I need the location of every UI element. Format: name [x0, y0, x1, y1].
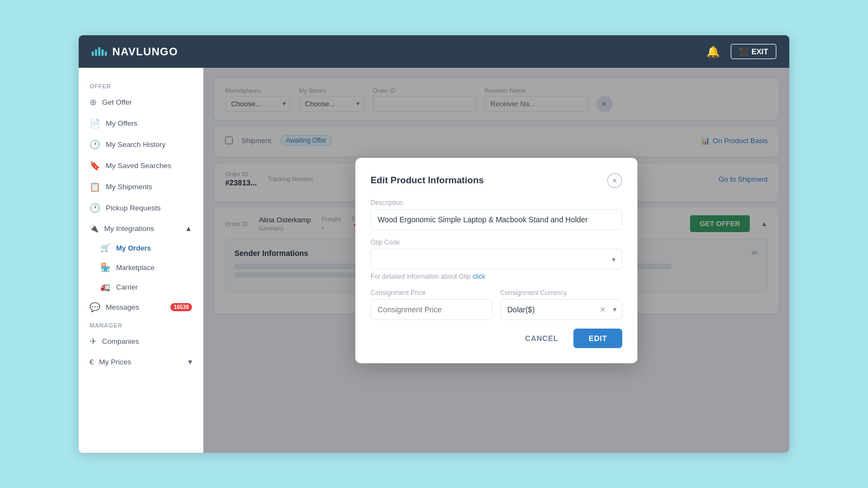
header: NAVLUNGO 🔔 ⬛ EXIT: [79, 35, 789, 68]
modal-overlay: Edit Product Informations × Description …: [203, 68, 789, 453]
sidebar-my-prices-group[interactable]: € My Prices ▾: [79, 352, 203, 371]
prices-icon: €: [90, 358, 94, 366]
sidebar-item-label: My Search History: [106, 140, 165, 149]
sidebar-item-label: Get Offer: [102, 98, 132, 106]
edit-product-modal: Edit Product Informations × Description …: [355, 158, 637, 363]
consignment-row: Consignment Price Consignment Currency D…: [371, 289, 622, 320]
consignment-price-input[interactable]: [371, 299, 493, 320]
exit-icon: ⬛: [739, 47, 748, 56]
messages-icon: 💬: [90, 302, 100, 312]
sidebar-item-label: Marketplace: [116, 264, 155, 272]
cancel-button[interactable]: CANCEL: [516, 330, 567, 347]
modal-actions: CANCEL EDIT: [371, 329, 622, 348]
modal-close-button[interactable]: ×: [607, 173, 622, 188]
doc-icon: 📄: [90, 118, 100, 129]
description-input[interactable]: [371, 209, 622, 230]
consignment-price-field: Consignment Price: [371, 289, 493, 320]
consignment-price-label: Consignment Price: [371, 289, 493, 297]
content-area: Marketplaces Choose... My Stores Choose.…: [203, 68, 789, 453]
sidebar-item-my-search-history[interactable]: 🕐 My Search History: [79, 134, 203, 155]
sidebar-item-label: Carrier: [116, 283, 138, 291]
pickup-icon: 🕐: [90, 203, 100, 213]
sidebar-item-label: My Prices: [99, 358, 131, 366]
gtip-hint: For detailed information about Gtip clic…: [371, 273, 622, 280]
sidebar-item-my-saved-searches[interactable]: 🔖 My Saved Searches: [79, 155, 203, 176]
exit-button[interactable]: ⬛ EXIT: [731, 44, 776, 59]
app-window: NAVLUNGO 🔔 ⬛ EXIT Offer ⊕ Get Offer 📄 My…: [79, 35, 789, 453]
sidebar-item-my-orders[interactable]: 🛒 My Orders: [79, 238, 203, 258]
consignment-currency-label: Consignment Currency: [500, 289, 622, 297]
bookmark-icon: 🔖: [90, 160, 100, 171]
sidebar-item-label: Pickup Requests: [106, 204, 161, 212]
companies-icon: ✈: [90, 336, 97, 346]
sidebar-integrations-group[interactable]: 🔌 My Integrations ▲: [79, 219, 203, 238]
messages-badge: 16538: [170, 303, 192, 311]
logo-text: NAVLUNGO: [112, 46, 178, 58]
offer-section-label: Offer: [79, 79, 203, 92]
sidebar-item-messages[interactable]: 💬 Messages 16538: [79, 297, 203, 318]
sidebar: Offer ⊕ Get Offer 📄 My Offers 🕐 My Searc…: [79, 68, 203, 453]
sidebar-item-my-shipments[interactable]: 📋 My Shipments: [79, 176, 203, 197]
description-label: Description: [371, 199, 622, 207]
sidebar-item-my-offers[interactable]: 📄 My Offers: [79, 113, 203, 134]
plus-icon: ⊕: [90, 97, 97, 107]
gtip-code-label: Gtip Code: [371, 239, 622, 246]
sidebar-item-label: Companies: [102, 337, 139, 345]
sidebar-item-marketplace[interactable]: 🏪 Marketplace: [79, 258, 203, 277]
logo-icon: [92, 47, 107, 56]
consignment-currency-field: Consignment Currency Dolar($) Euro(€) TR…: [500, 289, 622, 320]
header-right: 🔔 ⬛ EXIT: [706, 44, 776, 59]
gtip-code-field: Gtip Code: [371, 239, 622, 269]
modal-header: Edit Product Informations ×: [371, 173, 622, 188]
cart-icon: 🛒: [100, 243, 111, 253]
currency-clear-icon[interactable]: ✕: [599, 305, 606, 314]
sidebar-item-label: My Shipments: [106, 183, 152, 191]
main-layout: Offer ⊕ Get Offer 📄 My Offers 🕐 My Searc…: [79, 68, 789, 453]
sidebar-item-label: My Integrations: [104, 224, 154, 233]
sidebar-item-label: My Offers: [106, 119, 137, 127]
sidebar-item-label: Messages: [106, 303, 139, 311]
gtip-hint-link[interactable]: click: [473, 273, 485, 280]
manager-section-label: Manager: [79, 318, 203, 331]
bell-icon[interactable]: 🔔: [706, 45, 720, 58]
sidebar-item-get-offer[interactable]: ⊕ Get Offer: [79, 92, 203, 113]
modal-title: Edit Product Informations: [371, 175, 484, 186]
history-icon: 🕐: [90, 139, 100, 150]
description-field: Description: [371, 199, 622, 230]
integrations-icon: 🔌: [90, 224, 99, 233]
sidebar-item-carrier[interactable]: 🚛 Carrier: [79, 277, 203, 297]
sidebar-item-pickup-requests[interactable]: 🕐 Pickup Requests: [79, 197, 203, 219]
marketplace-icon: 🏪: [100, 262, 111, 272]
shipments-icon: 📋: [90, 182, 100, 192]
logo-area: NAVLUNGO: [92, 46, 178, 58]
carrier-icon: 🚛: [100, 282, 111, 292]
chevron-up-icon: ▲: [185, 224, 192, 233]
edit-submit-button[interactable]: EDIT: [573, 329, 622, 348]
chevron-down-icon: ▾: [188, 357, 192, 366]
sidebar-item-companies[interactable]: ✈ Companies: [79, 331, 203, 352]
gtip-code-select[interactable]: [371, 249, 622, 269]
sidebar-item-label: My Saved Searches: [106, 162, 171, 170]
sidebar-item-label: My Orders: [116, 244, 151, 252]
